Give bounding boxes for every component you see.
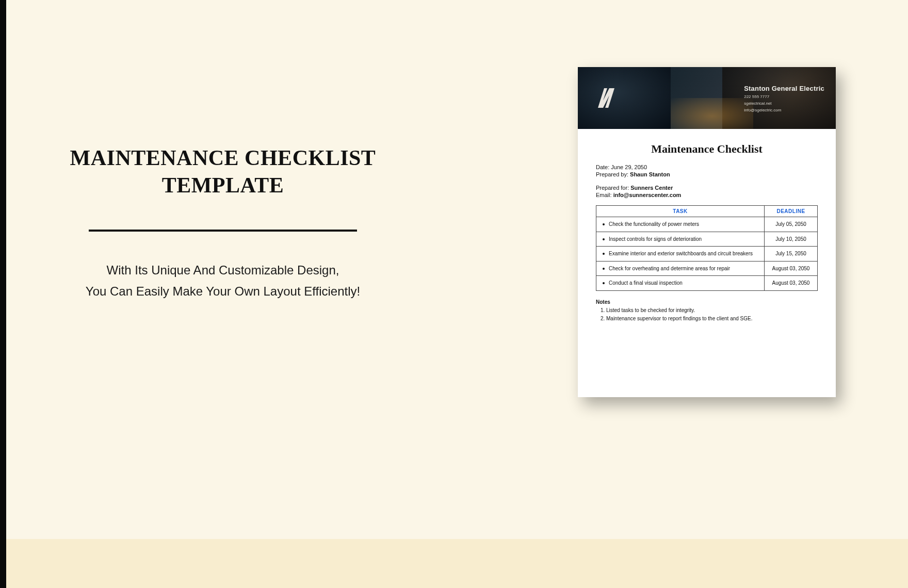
- task-cell: Inspect controls for signs of deteriorat…: [596, 232, 765, 247]
- promo-left-column: MAINTENANCE CHECKLIST TEMPLATE With Its …: [50, 144, 396, 302]
- promo-subtitle-line1: With Its Unique And Customizable Design,: [107, 263, 339, 277]
- document-title: Maintenance Checklist: [596, 142, 818, 156]
- table-row: Examine interior and exterior switchboar…: [596, 247, 818, 262]
- document-body: Maintenance Checklist Date: June 29, 205…: [578, 129, 836, 322]
- table-row: Check the functionality of power meters …: [596, 217, 818, 232]
- th-deadline: DEADLINE: [765, 206, 818, 217]
- deadline-cell: July 05, 2050: [765, 217, 818, 232]
- stage: MAINTENANCE CHECKLIST TEMPLATE With Its …: [0, 0, 908, 588]
- meta-email-label: Email:: [596, 192, 613, 198]
- company-name: Stanton General Electric: [744, 85, 824, 92]
- deadline-cell: July 15, 2050: [765, 247, 818, 262]
- company-website: sgelectrical.net: [744, 101, 824, 106]
- document-preview: Stanton General Electric 222 555 7777 sg…: [578, 67, 836, 397]
- hero-shade-left: [578, 67, 671, 129]
- meta-email-value: info@sunnerscenter.com: [613, 192, 682, 198]
- tasks-table: TASK DEADLINE Check the functionality of…: [596, 205, 818, 291]
- task-cell: Conduct a final visual inspection: [596, 276, 765, 291]
- table-row: Check for overheating and determine area…: [596, 261, 818, 276]
- meta-date-label: Date:: [596, 164, 611, 170]
- task-text: Check the functionality of power meters: [609, 221, 760, 228]
- meta-prepared-for-value: Sunners Center: [630, 185, 673, 191]
- promo-divider: [89, 230, 357, 232]
- meta-prepared-by: Prepared by: Shaun Stanton: [596, 171, 818, 177]
- promo-title-line1: MAINTENANCE CHECKLIST: [70, 146, 376, 170]
- task-cell: Examine interior and exterior switchboar…: [596, 247, 765, 262]
- company-info-block: Stanton General Electric 222 555 7777 sg…: [744, 85, 824, 112]
- meta-prepared-for: Prepared for: Sunners Center: [596, 185, 818, 191]
- notes-list: Listed tasks to be checked for integrity…: [596, 307, 818, 322]
- meta-gap: [596, 178, 818, 184]
- meta-email: Email: info@sunnerscenter.com: [596, 192, 818, 198]
- promo-title: MAINTENANCE CHECKLIST TEMPLATE: [50, 144, 396, 199]
- table-header-row: TASK DEADLINE: [596, 206, 818, 217]
- bullet-icon: [603, 223, 605, 225]
- task-cell: Check for overheating and determine area…: [596, 261, 765, 276]
- bullet-icon: [603, 282, 605, 284]
- deadline-cell: August 03, 2050: [765, 261, 818, 276]
- task-text: Conduct a final visual inspection: [609, 280, 760, 287]
- meta-prepared-by-label: Prepared by:: [596, 171, 630, 177]
- bottom-accent-band: [6, 539, 908, 588]
- meta-date: Date: June 29, 2050: [596, 164, 818, 170]
- notes-title: Notes: [596, 299, 818, 305]
- promo-subtitle-line2: You Can Easily Make Your Own Layout Effi…: [86, 284, 360, 298]
- company-logo-icon: [593, 85, 619, 111]
- table-row: Inspect controls for signs of deteriorat…: [596, 232, 818, 247]
- task-text: Inspect controls for signs of deteriorat…: [609, 236, 760, 243]
- document-hero: Stanton General Electric 222 555 7777 sg…: [578, 67, 836, 129]
- notes-item: Listed tasks to be checked for integrity…: [606, 307, 818, 314]
- table-row: Conduct a final visual inspection August…: [596, 276, 818, 291]
- meta-prepared-for-label: Prepared for:: [596, 185, 630, 191]
- bullet-icon: [603, 268, 605, 270]
- bullet-icon: [603, 238, 605, 240]
- deadline-cell: August 03, 2050: [765, 276, 818, 291]
- th-task: TASK: [596, 206, 765, 217]
- notes-block: Notes Listed tasks to be checked for int…: [596, 299, 818, 322]
- canvas: MAINTENANCE CHECKLIST TEMPLATE With Its …: [6, 0, 908, 588]
- notes-item: Maintenance supervisor to report finding…: [606, 315, 818, 322]
- left-edge-strip: [0, 0, 6, 588]
- task-cell: Check the functionality of power meters: [596, 217, 765, 232]
- hero-amber-glow: [671, 98, 753, 129]
- company-phone: 222 555 7777: [744, 94, 824, 99]
- meta-date-value: June 29, 2050: [611, 164, 647, 170]
- task-text: Examine interior and exterior switchboar…: [609, 250, 760, 257]
- promo-title-line2: TEMPLATE: [162, 173, 284, 197]
- meta-prepared-by-value: Shaun Stanton: [630, 171, 670, 177]
- deadline-cell: July 10, 2050: [765, 232, 818, 247]
- promo-subtitle: With Its Unique And Customizable Design,…: [50, 260, 396, 302]
- company-email: info@sgelectric.com: [744, 108, 824, 112]
- bullet-icon: [603, 253, 605, 255]
- task-text: Check for overheating and determine area…: [609, 265, 760, 272]
